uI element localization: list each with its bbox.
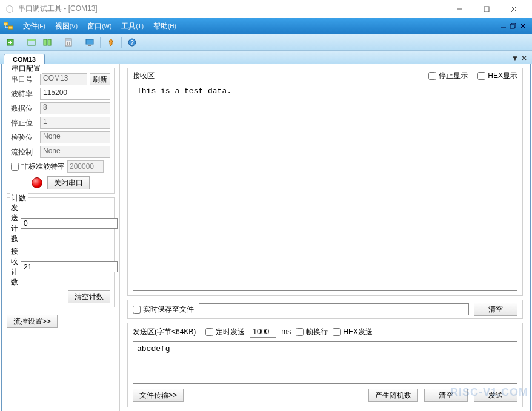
toolbar-layout1-icon[interactable] bbox=[25, 36, 38, 48]
svg-point-23 bbox=[69, 42, 70, 44]
counts-legend: 计数 bbox=[10, 193, 28, 203]
stop-bits-select[interactable]: 1 bbox=[40, 117, 110, 129]
counts-group: 计数 发送计数 接收计数 清空计数 bbox=[7, 197, 115, 307]
rx-count-label: 接收计数 bbox=[11, 246, 18, 288]
tx-title: 发送区(字节<64KB) bbox=[133, 327, 196, 337]
toolbar-pin-icon[interactable] bbox=[104, 36, 118, 48]
svg-rect-18 bbox=[44, 39, 47, 45]
parity-label: 检验位 bbox=[11, 133, 38, 143]
left-panel: 串口配置 串口号 COM13 刷新 波特率 115200 数据位 8 停止位 1… bbox=[2, 64, 120, 411]
hex-send-checkbox[interactable]: HEX发送 bbox=[333, 327, 373, 337]
save-to-file-checkbox[interactable]: 实时保存至文件 bbox=[133, 304, 194, 315]
mdi-minimize-icon[interactable] bbox=[500, 23, 507, 29]
hex-display-checkbox[interactable]: HEX显示 bbox=[477, 71, 517, 81]
flow-select[interactable]: None bbox=[40, 146, 110, 158]
port-select[interactable]: COM13 bbox=[40, 73, 87, 85]
close-port-button[interactable]: 关闭串口 bbox=[47, 176, 90, 189]
close-button[interactable] bbox=[500, 1, 527, 18]
serial-config-legend: 串口配置 bbox=[10, 64, 42, 74]
rx-section: 接收区 停止显示 HEX显示 This is a test data. bbox=[127, 68, 523, 296]
data-bits-label: 数据位 bbox=[11, 104, 38, 114]
mdi-close-icon[interactable] bbox=[520, 23, 526, 29]
svg-point-22 bbox=[67, 42, 68, 44]
refresh-button[interactable]: 刷新 bbox=[90, 73, 110, 85]
nonstd-baud-input[interactable] bbox=[67, 160, 104, 173]
minimize-button[interactable] bbox=[445, 1, 473, 18]
svg-rect-19 bbox=[48, 39, 51, 45]
title-bar: 串口调试工具 - [COM13] bbox=[0, 0, 532, 18]
interval-input[interactable] bbox=[250, 326, 276, 338]
toolbar-layout2-icon[interactable] bbox=[41, 36, 54, 48]
svg-rect-5 bbox=[8, 26, 13, 29]
flow-label: 流控制 bbox=[11, 147, 38, 157]
tx-count-label: 发送计数 bbox=[11, 203, 18, 244]
tx-count-field[interactable] bbox=[21, 218, 118, 229]
svg-rect-10 bbox=[510, 24, 514, 28]
svg-point-24 bbox=[67, 44, 68, 45]
tab-close-icon[interactable]: ✕ bbox=[521, 54, 527, 62]
svg-rect-21 bbox=[66, 39, 71, 41]
rx-textarea[interactable]: This is a test data. bbox=[133, 84, 517, 291]
send-button[interactable]: 发送 bbox=[474, 389, 517, 402]
svg-point-25 bbox=[69, 44, 70, 45]
port-status-icon bbox=[32, 177, 42, 188]
menu-bar: 文件(F) 视图(V) 窗口(W) 工具(T) 帮助(H) bbox=[0, 18, 532, 34]
serial-config-group: 串口配置 串口号 COM13 刷新 波特率 115200 数据位 8 停止位 1… bbox=[7, 68, 115, 194]
svg-rect-27 bbox=[88, 45, 91, 46]
toolbar-new-icon[interactable] bbox=[4, 36, 17, 48]
menu-tools[interactable]: 工具(T) bbox=[116, 19, 148, 33]
stop-bits-label: 停止位 bbox=[11, 118, 38, 128]
toolbar-calc-icon[interactable] bbox=[62, 36, 75, 48]
toolbar-help-icon[interactable]: ? bbox=[125, 36, 139, 48]
port-label: 串口号 bbox=[11, 74, 38, 85]
svg-rect-26 bbox=[86, 39, 93, 44]
rx-clear-button[interactable]: 清空 bbox=[474, 303, 517, 316]
workspace: 串口配置 串口号 COM13 刷新 波特率 115200 数据位 8 停止位 1… bbox=[1, 64, 531, 411]
rx-title: 接收区 bbox=[133, 71, 155, 81]
nonstd-baud-label: 非标准波特率 bbox=[21, 162, 65, 172]
right-panel: 接收区 停止显示 HEX显示 This is a test data. 实时保存… bbox=[120, 64, 530, 411]
tab-dropdown-icon[interactable]: ▼ bbox=[511, 54, 519, 62]
tab-com13[interactable]: COM13 bbox=[4, 54, 45, 64]
timed-send-checkbox[interactable]: 定时发送 bbox=[205, 327, 245, 337]
baud-select[interactable]: 115200 bbox=[40, 88, 110, 100]
menu-file[interactable]: 文件(F) bbox=[18, 19, 50, 33]
tab-strip: COM13 ▼ ✕ bbox=[0, 51, 532, 64]
window-title: 串口调试工具 - [COM13] bbox=[18, 4, 445, 14]
menu-window[interactable]: 窗口(W) bbox=[82, 19, 116, 33]
rx-count-field[interactable] bbox=[21, 261, 118, 272]
svg-text:?: ? bbox=[130, 39, 134, 46]
svg-rect-17 bbox=[28, 39, 35, 41]
ms-label: ms bbox=[281, 327, 291, 336]
stop-display-checkbox[interactable]: 停止显示 bbox=[428, 71, 468, 81]
parity-select[interactable]: None bbox=[40, 131, 110, 143]
toolbar: ? bbox=[0, 34, 532, 51]
svg-rect-1 bbox=[484, 7, 489, 12]
data-bits-select[interactable]: 8 bbox=[40, 102, 110, 114]
flow-settings-button[interactable]: 流控设置>> bbox=[7, 315, 58, 328]
baud-label: 波特率 bbox=[11, 89, 38, 99]
tx-clear-button[interactable]: 清空 bbox=[424, 389, 468, 402]
maximize-button[interactable] bbox=[473, 1, 500, 18]
svg-rect-4 bbox=[4, 22, 8, 25]
file-transfer-button[interactable]: 文件传输>> bbox=[133, 389, 184, 402]
toolbar-monitor-icon[interactable] bbox=[83, 36, 96, 48]
app-icon bbox=[5, 4, 15, 14]
save-path-input[interactable] bbox=[199, 303, 469, 315]
save-section: 实时保存至文件 清空 bbox=[127, 300, 523, 319]
nonstd-baud-checkbox[interactable] bbox=[11, 163, 19, 171]
clear-counts-button[interactable]: 清空计数 bbox=[68, 290, 110, 303]
window-controls bbox=[445, 1, 527, 18]
menu-view[interactable]: 视图(V) bbox=[50, 19, 82, 33]
line-wrap-checkbox[interactable]: 帧换行 bbox=[296, 327, 328, 337]
tx-textarea[interactable]: abcdefg bbox=[133, 341, 517, 384]
mdi-restore-icon[interactable] bbox=[510, 23, 516, 29]
tx-section: 发送区(字节<64KB) 定时发送 ms 帧换行 HEX发送 abcdefg 文… bbox=[127, 323, 523, 407]
gen-random-button[interactable]: 产生随机数 bbox=[368, 389, 418, 402]
menu-help[interactable]: 帮助(H) bbox=[148, 19, 181, 33]
menu-icon bbox=[2, 21, 15, 31]
